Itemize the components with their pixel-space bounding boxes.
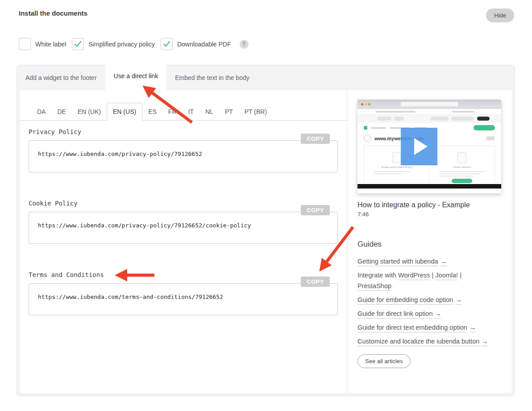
copy-button[interactable]: COPY: [301, 205, 330, 215]
traffic-light-minimize-icon: [365, 103, 367, 105]
policy-doc-icon: [392, 152, 401, 163]
video-thumbnail[interactable]: www.mywebsite.com Privacy and Cookie Pol…: [357, 100, 501, 193]
see-all-articles-button[interactable]: See all articles: [357, 354, 411, 368]
guide-link[interactable]: PrestaShop: [357, 282, 391, 291]
guide-link[interactable]: Customize and localize the iubenda butto…: [357, 338, 479, 346]
guides-list: Getting started with iubenda→ Integrate …: [357, 256, 491, 347]
option-checkbox-group[interactable]: Simplified privacy policy: [72, 38, 155, 50]
install-documents-screen: Install the documents Hide White label S…: [0, 0, 532, 411]
arrow-right-icon[interactable]: →: [482, 338, 488, 346]
policy-section: Terms and Conditions COPY https://www.iu…: [29, 271, 338, 315]
address-bar: [401, 102, 458, 106]
checkbox[interactable]: [72, 38, 84, 50]
guide-link[interactable]: WordPress: [398, 272, 430, 280]
document-options-row: White label Simplified privacy policy Do…: [19, 38, 249, 50]
arrow-right-icon[interactable]: →: [470, 324, 476, 332]
guide-link[interactable]: Joomla!: [435, 272, 458, 280]
checkbox[interactable]: [161, 38, 173, 50]
guide-item[interactable]: Getting started with iubenda→: [357, 256, 491, 267]
language-tab[interactable]: EN (UK): [72, 103, 107, 120]
integration-tab[interactable]: Use a direct link: [105, 62, 167, 90]
guide-item[interactable]: Guide for embedding code option→: [357, 294, 491, 305]
option-label: Downloadable PDF: [177, 41, 231, 48]
guide-item[interactable]: Guide for direct text embedding option→: [357, 322, 491, 333]
guide-text: |: [458, 272, 461, 279]
guide-link[interactable]: Guide for embedding code option: [357, 296, 453, 305]
language-tab[interactable]: DA: [31, 103, 51, 120]
guide-link[interactable]: Getting started with iubenda: [357, 258, 438, 266]
policy-section-label: Terms and Conditions: [29, 271, 338, 279]
video-title: How to integrate a policy - Example: [357, 201, 501, 209]
policy-section-label: Privacy Policy: [29, 128, 338, 136]
check-icon: [163, 41, 170, 47]
video-duration: 7:46: [357, 211, 501, 218]
checkbox[interactable]: [19, 38, 31, 50]
language-tab[interactable]: NL: [200, 103, 219, 120]
traffic-light-close-icon: [361, 103, 363, 105]
option-label: Simplified privacy policy: [88, 41, 155, 48]
policy-url-box[interactable]: https://www.iubenda.com/privacy-policy/7…: [29, 140, 338, 172]
iubenda-logo: [364, 126, 367, 130]
policy-url-box[interactable]: https://www.iubenda.com/privacy-policy/7…: [29, 212, 338, 244]
option-label: White label: [35, 41, 66, 48]
start-generating-button: [474, 125, 495, 130]
arrow-right-icon[interactable]: →: [455, 296, 462, 305]
language-tabbar: DA DE EN (UK) EN (US) ES FR IT NL PT PT …: [20, 103, 347, 121]
site-icon: [364, 134, 371, 142]
policy-url[interactable]: https://www.iubenda.com/privacy-policy/7…: [38, 222, 251, 229]
policy-section: Cookie Policy COPY https://www.iubenda.c…: [29, 200, 338, 244]
help-icon[interactable]: ?: [240, 40, 249, 49]
policy-section-label: Cookie Policy: [29, 200, 338, 207]
language-tab[interactable]: EN (US): [107, 103, 142, 121]
guide-link[interactable]: Guide for direct link option: [357, 310, 432, 319]
arrow-right-icon[interactable]: →: [435, 310, 441, 319]
guide-item[interactable]: Customize and localize the iubenda butto…: [357, 336, 491, 347]
guides-heading: Guides: [357, 240, 501, 249]
video-play-button[interactable]: [401, 128, 437, 165]
guide-text: |: [430, 272, 436, 279]
integration-tab[interactable]: Embed the text in the body: [166, 65, 258, 90]
language-tab[interactable]: PT: [219, 103, 239, 120]
thumbnail-green-button: [452, 179, 472, 183]
browser-chrome: [357, 100, 501, 109]
language-tab[interactable]: ES: [142, 103, 162, 120]
content-panel: DA DE EN (UK) EN (US) ES FR IT NL PT PT …: [19, 90, 512, 394]
browser-tab-row: [357, 109, 501, 115]
page-title: Install the documents: [19, 9, 87, 17]
guide-text: Integrate with: [357, 272, 398, 279]
copy-button[interactable]: COPY: [301, 134, 330, 144]
language-tab[interactable]: FR: [162, 103, 183, 120]
dashboard-topbar: [357, 115, 501, 122]
guide-item[interactable]: Guide for direct link option→: [357, 308, 491, 319]
play-icon: [414, 138, 428, 155]
arrow-right-icon[interactable]: →: [441, 258, 447, 266]
guide-item[interactable]: Integrate with WordPress | Joomla! | Pre…: [357, 270, 491, 291]
edit-pill: [486, 136, 495, 140]
copy-button[interactable]: COPY: [301, 277, 330, 287]
help-sidebar: www.mywebsite.com Privacy and Cookie Pol…: [347, 90, 512, 393]
language-tab[interactable]: PT (BR): [239, 103, 273, 120]
direct-link-content: DA DE EN (UK) EN (US) ES FR IT NL PT PT …: [20, 90, 347, 393]
hide-button[interactable]: Hide: [486, 8, 514, 22]
policy-url[interactable]: https://www.iubenda.com/terms-and-condit…: [38, 294, 223, 300]
install-tabs-wrapper: Add a widget to the footer Use a direct …: [17, 65, 515, 396]
integration-tab[interactable]: Add a widget to the footer: [17, 65, 105, 90]
language-tab[interactable]: DE: [51, 103, 71, 120]
language-tab[interactable]: IT: [183, 103, 200, 120]
traffic-light-zoom-icon: [368, 103, 370, 105]
integration-tabbar: Add a widget to the footer Use a direct …: [17, 65, 515, 90]
policy-url[interactable]: https://www.iubenda.com/privacy-policy/7…: [38, 151, 202, 157]
policy-url-box[interactable]: https://www.iubenda.com/terms-and-condit…: [29, 283, 338, 315]
check-icon: [74, 41, 82, 47]
guide-link[interactable]: Guide for direct text embedding option: [357, 324, 467, 332]
policy-section: Privacy Policy COPY https://www.iubenda.…: [29, 128, 338, 172]
option-checkbox-group[interactable]: Downloadable PDF: [161, 38, 231, 50]
cookie-solution-icon: [457, 152, 466, 163]
option-checkbox-group[interactable]: White label: [19, 38, 66, 50]
